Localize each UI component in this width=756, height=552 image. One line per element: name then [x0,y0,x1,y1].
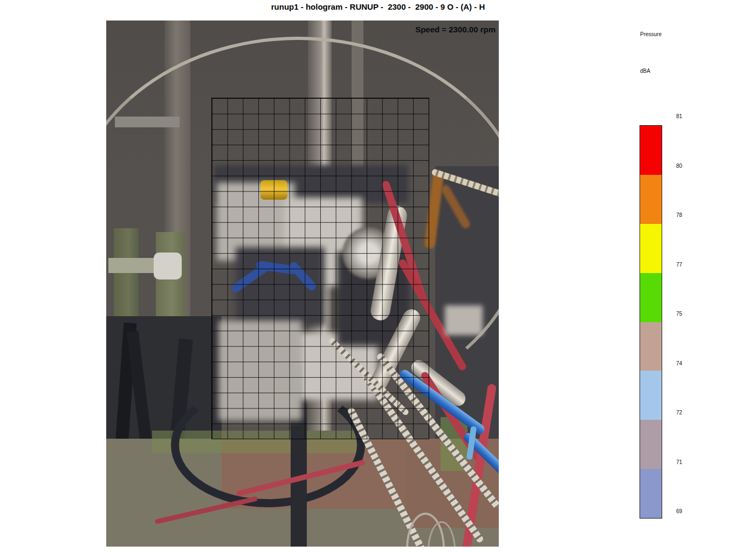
legend-tick-label: 77 [676,261,682,269]
colorbar-segment-red [640,126,662,175]
window-title: runup1 - hologram - RUNUP - 2300 - 2900 … [0,2,756,11]
legend-colorbar [640,125,662,519]
photo-shape [154,253,182,280]
legend-tick-label: 74 [676,360,682,367]
colorbar-segment-green [640,273,662,322]
hologram-window: runup1 - hologram - RUNUP - 2300 - 2900 … [0,0,756,552]
colorbar-segment-mauve-gray [640,420,662,469]
speed-readout: Speed = 2300.00 rpm [415,25,496,34]
legend-tick-label: 71 [676,459,682,466]
legend-tick-label: 80 [676,162,682,170]
colorbar-segment-orange [640,175,662,224]
colorbar-segment-slate-blue [640,469,662,518]
colorbar-segment-tan [640,322,662,371]
photo-shape [445,305,483,335]
legend-unit-label: dBA [640,68,650,74]
legend-tick-label: 78 [676,212,682,219]
legend-quantity-label: Pressure [640,31,662,37]
legend-tick-label: 81 [676,113,682,120]
legend-tick-label: 69 [676,508,682,515]
legend-tick-rail: 818078777574727169 [676,113,698,515]
photo-shape [115,117,180,127]
measurement-grid [211,98,429,439]
legend-tick-label: 72 [676,409,682,417]
colorbar-segment-yellow [640,224,662,273]
legend-tick-label: 75 [676,310,682,318]
colorbar-segment-light-blue [640,371,662,420]
engine-photo: Speed = 2300.00 rpm [106,21,499,547]
